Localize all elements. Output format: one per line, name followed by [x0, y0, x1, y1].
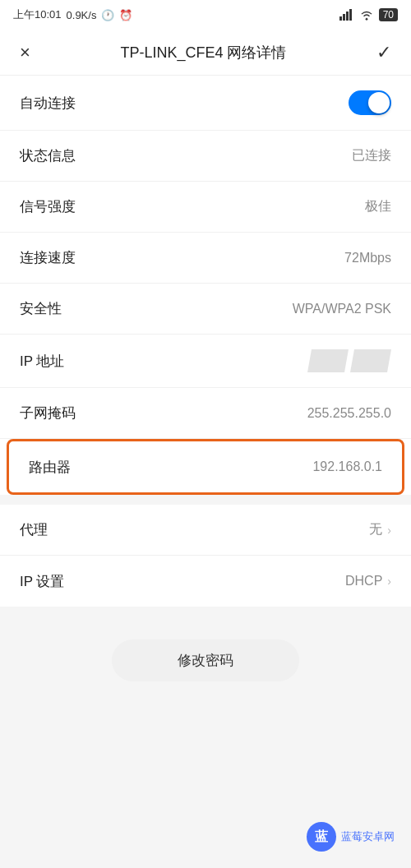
modify-password-button[interactable]: 修改密码	[112, 639, 299, 681]
proxy-value-group: 无 ›	[369, 521, 391, 538]
title-bar: × TP-LINK_CFE4 网络详情 ✓	[0, 30, 411, 76]
watermark-logo-char: 蓝	[315, 829, 328, 846]
router-value: 192.168.0.1	[312, 459, 382, 474]
time-display: 上午10:01	[13, 7, 62, 22]
close-button[interactable]: ×	[20, 42, 30, 63]
router-row: 路由器 192.168.0.1	[9, 441, 402, 492]
speed-value: 72Mbps	[344, 251, 391, 265]
speed-display: 0.9K/s	[67, 9, 97, 21]
alarm2-icon: ⏰	[119, 9, 132, 21]
auto-connect-toggle[interactable]	[349, 90, 391, 115]
svg-rect-2	[346, 12, 349, 21]
speed-row: 连接速度 72Mbps	[0, 233, 411, 284]
ip-address-row: IP 地址	[0, 335, 411, 388]
signal-value: 极佳	[365, 198, 391, 215]
auto-connect-label: 自动连接	[20, 94, 76, 113]
proxy-chevron-icon: ›	[387, 524, 391, 537]
security-label: 安全性	[20, 299, 62, 318]
security-value: WPA/WPA2 PSK	[293, 302, 391, 316]
wifi-icon	[359, 9, 374, 21]
signal-icon	[339, 9, 354, 21]
status-row: 状态信息 已连接	[0, 131, 411, 182]
router-label: 路由器	[29, 458, 71, 477]
alarm-icon: 🕐	[101, 9, 114, 21]
ip-settings-row[interactable]: IP 设置 DHCP ›	[0, 556, 411, 607]
ip-settings-label: IP 设置	[20, 572, 64, 591]
subnet-row: 子网掩码 255.255.255.0	[0, 388, 411, 439]
bottom-section: 修改密码	[0, 623, 411, 714]
speed-label: 连接速度	[20, 248, 76, 267]
ip-blur-block-1	[307, 349, 349, 372]
proxy-row[interactable]: 代理 无 ›	[0, 505, 411, 556]
ip-address-label: IP 地址	[20, 352, 64, 371]
signal-label: 信号强度	[20, 197, 76, 216]
status-right: 70	[339, 8, 398, 21]
battery-display: 70	[379, 8, 398, 21]
status-left: 上午10:01 0.9K/s 🕐 ⏰	[13, 7, 132, 22]
subnet-value: 255.255.255.0	[307, 406, 391, 421]
status-label: 状态信息	[20, 146, 76, 165]
ip-address-value	[307, 349, 391, 372]
watermark-text: 蓝莓安卓网	[341, 829, 395, 844]
status-bar: 上午10:01 0.9K/s 🕐 ⏰ 70	[0, 0, 411, 30]
status-value: 已连接	[352, 147, 391, 164]
svg-rect-3	[349, 9, 352, 21]
ip-settings-value: DHCP	[345, 574, 382, 589]
settings-section: 代理 无 › IP 设置 DHCP ›	[0, 505, 411, 607]
proxy-label: 代理	[20, 520, 48, 539]
watermark-logo: 蓝	[307, 822, 336, 852]
svg-rect-0	[339, 16, 342, 21]
proxy-value: 无	[369, 521, 382, 538]
subnet-label: 子网掩码	[20, 404, 76, 422]
confirm-button[interactable]: ✓	[376, 42, 391, 63]
signal-row: 信号强度 极佳	[0, 182, 411, 233]
security-row: 安全性 WPA/WPA2 PSK	[0, 284, 411, 335]
router-highlight-border: 路由器 192.168.0.1	[7, 439, 404, 495]
main-section: 自动连接 状态信息 已连接 信号强度 极佳 连接速度 72Mbps 安全性 WP…	[0, 76, 411, 495]
ip-settings-value-group: DHCP ›	[345, 574, 391, 589]
auto-connect-row: 自动连接	[0, 76, 411, 131]
svg-rect-1	[343, 14, 345, 21]
ip-blur-block-2	[350, 349, 391, 372]
ip-settings-chevron-icon: ›	[387, 575, 391, 588]
page-title: TP-LINK_CFE4 网络详情	[120, 43, 286, 62]
watermark: 蓝 蓝莓安卓网	[307, 822, 395, 852]
